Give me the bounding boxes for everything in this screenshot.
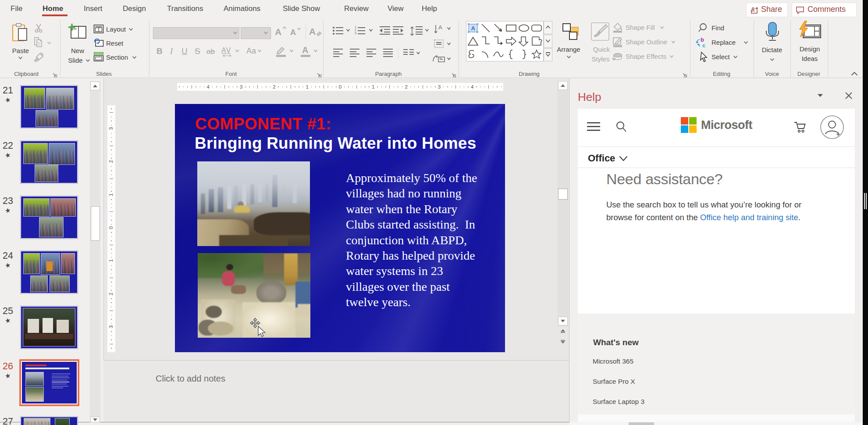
svg-text:A: A	[438, 24, 442, 31]
svg-text:c: c	[702, 42, 705, 49]
svg-text:A: A	[471, 25, 476, 32]
